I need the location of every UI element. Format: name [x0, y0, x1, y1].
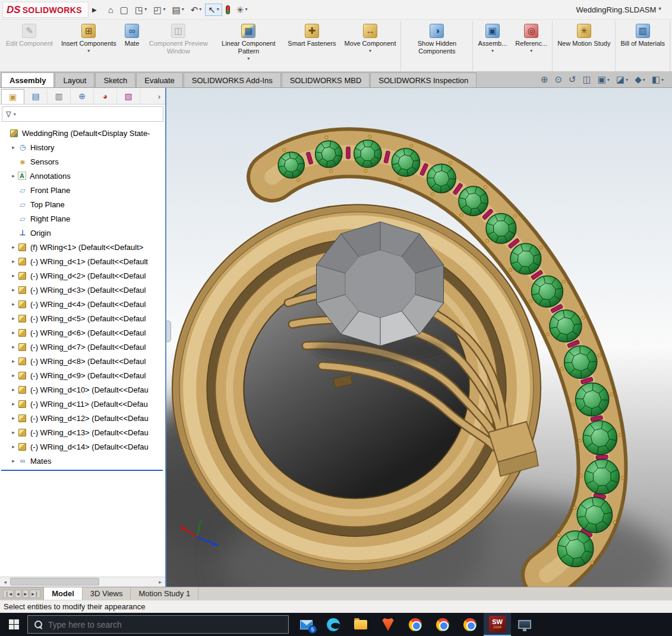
new-motion-study-button[interactable]: ✳New Motion Study	[553, 21, 614, 71]
edge-taskbar-button[interactable]	[320, 613, 347, 636]
doc-tab-3d-views[interactable]: 3D Views	[83, 587, 131, 600]
taskbar-search[interactable]	[27, 615, 289, 634]
tree-filter-bar[interactable]: ∇ ▾	[2, 106, 163, 122]
tree-item-wring-d-1[interactable]: ▸(-) WRing_d<1> (Default<<Default	[0, 254, 165, 268]
save-button[interactable]: ◰▾	[150, 4, 168, 16]
tab-layout[interactable]: Layout	[55, 72, 94, 87]
chrome-3-taskbar-button[interactable]	[456, 613, 484, 636]
brave-taskbar-button[interactable]	[374, 613, 402, 636]
rebuild-button[interactable]	[223, 4, 233, 16]
panel-tab-dimxpertmanager[interactable]: ⊕	[71, 89, 94, 104]
expand-arrow-icon[interactable]: ▸	[10, 144, 17, 150]
viewport-canvas[interactable]	[166, 88, 672, 587]
expand-arrow-icon[interactable]: ▸	[10, 387, 17, 393]
tree-item-wring-d-13[interactable]: ▸(-) WRing_d<13> (Default<<Defau	[0, 425, 165, 439]
rollback-bar[interactable]	[1, 470, 163, 471]
tab-solidworks-add-ins[interactable]: SOLIDWORKS Add-Ins	[184, 72, 281, 87]
select-button[interactable]: ↖▾	[205, 4, 222, 16]
options-button[interactable]: ✳▾	[234, 4, 251, 16]
expand-arrow-icon[interactable]: ▸	[10, 401, 17, 407]
bill-of-materials-button[interactable]: ▥Bill of Materials	[616, 21, 669, 71]
mail-taskbar-button[interactable]: 5	[292, 613, 320, 636]
doc-tab-model[interactable]: Model	[44, 587, 83, 600]
tree-item-wring-d-5[interactable]: ▸(-) WRing_d<5> (Default<<Defaul	[0, 311, 165, 325]
panel-tab-propertymanager[interactable]: ▤	[24, 89, 48, 104]
view-settings-icon[interactable]: ◆▾	[635, 74, 645, 85]
tree-item-wring-d-3[interactable]: ▸(-) WRing_d<3> (Default<<Defaul	[0, 283, 165, 297]
appearances-icon[interactable]: ◧▾	[652, 74, 664, 85]
tab-assembly[interactable]: Assembly	[1, 72, 54, 87]
tree-item-annotations[interactable]: ▸AAnnotations	[0, 169, 165, 183]
tab-nav-icon-1[interactable]: ◂	[15, 590, 21, 598]
tab-solidworks-mbd[interactable]: SOLIDWORKS MBD	[282, 72, 370, 87]
tree-item-wring-d-10[interactable]: ▸(-) WRing_d<10> (Default<<Defau	[0, 382, 165, 397]
tab-evaluate[interactable]: Evaluate	[136, 72, 183, 87]
panel-tab-configurationmanager[interactable]: ▥	[48, 89, 71, 104]
panel-tab-featuremanager[interactable]: ▣	[1, 89, 24, 104]
graphics-viewport[interactable]	[166, 88, 672, 587]
tab-nav-icon-0[interactable]: ❘◂	[3, 590, 14, 598]
expand-arrow-icon[interactable]: ▸	[10, 301, 17, 307]
panel-tab-cam[interactable]: ▧	[117, 89, 140, 104]
expand-arrow-icon[interactable]: ▸	[10, 429, 17, 435]
toolbar-flyout-arrow-icon[interactable]: ▶	[89, 7, 100, 13]
expand-arrow-icon[interactable]: ▸	[10, 444, 17, 450]
previous-view-icon[interactable]: ↺	[569, 74, 576, 85]
tree-item-wring-d-7[interactable]: ▸(-) WRing_d<7> (Default<<Defaul	[0, 340, 165, 354]
tree-item-weddingring-root[interactable]: WeddingRing (Default<Display State-	[0, 126, 165, 140]
filter-funnel-icon[interactable]: ∇	[6, 110, 11, 119]
tree-item-wring-d-6[interactable]: ▸(-) WRing_d<6> (Default<<Defaul	[0, 325, 165, 340]
tree-item-history[interactable]: ▸◷History	[0, 140, 165, 154]
monitor-app-taskbar-button[interactable]	[511, 613, 538, 636]
tree-item-origin[interactable]: ⊥Origin	[0, 226, 165, 240]
move-component-button[interactable]: ↔Move Component▾	[340, 21, 400, 71]
doc-tab-motion-study-1[interactable]: Motion Study 1	[131, 587, 198, 600]
tree-item-wring-d-12[interactable]: ▸(-) WRing_d<12> (Default<<Defau	[0, 411, 165, 425]
scroll-right-icon[interactable]: ▸	[155, 577, 165, 587]
show-hidden-components-button[interactable]: ◑Show Hidden Components	[402, 21, 472, 71]
zoom-area-icon[interactable]: ⊙	[554, 74, 562, 85]
tab-solidworks-inspection[interactable]: SOLIDWORKS Inspection	[370, 72, 477, 87]
open-button[interactable]: ◳▾	[132, 4, 150, 16]
expand-arrow-icon[interactable]: ▸	[10, 372, 17, 378]
tab-nav-icon-3[interactable]: ▸❘	[30, 590, 40, 598]
view-orientation-icon[interactable]: ▣▾	[598, 74, 610, 85]
expand-arrow-icon[interactable]: ▸	[10, 173, 17, 179]
tree-item-wring-d-9[interactable]: ▸(-) WRing_d<9> (Default<<Defaul	[0, 368, 165, 382]
display-style-icon[interactable]: ◪▾	[616, 74, 628, 85]
tree-item-wring-d-4[interactable]: ▸(-) WRing_d<4> (Default<<Defaul	[0, 297, 165, 311]
panel-horizontal-scrollbar[interactable]: ◂ ▸	[0, 577, 165, 587]
expand-arrow-icon[interactable]: ▸	[10, 244, 17, 250]
undo-button[interactable]: ↶▾	[188, 4, 205, 16]
tree-item-wring-d-14[interactable]: ▸(-) WRing_d<14> (Default<<Defau	[0, 439, 165, 454]
section-view-icon[interactable]: ◫	[583, 74, 591, 85]
panel-tab-displaymanager[interactable]: ◕	[94, 89, 117, 104]
tree-item-wring-d-11[interactable]: ▸(-) WRing_d<11> (Default<<Defau	[0, 397, 165, 411]
scrollbar-track[interactable]	[10, 577, 155, 587]
scrollbar-thumb[interactable]	[10, 578, 99, 586]
insert-components-button[interactable]: ⊞Insert Components▾	[57, 21, 121, 71]
tree-item-wring-1[interactable]: ▸(f) WRing<1> (Default<<Default>	[0, 240, 165, 254]
chrome-2-taskbar-button[interactable]	[429, 613, 456, 636]
chrome-1-taskbar-button[interactable]	[402, 613, 429, 636]
tab-sketch[interactable]: Sketch	[95, 72, 135, 87]
tree-item-wring-d-2[interactable]: ▸(-) WRing_d<2> (Default<<Defaul	[0, 268, 165, 283]
start-button[interactable]	[0, 613, 27, 636]
tree-item-sensors[interactable]: ◉Sensors	[0, 154, 165, 169]
center-diamond[interactable]	[314, 222, 447, 362]
mate-button[interactable]: ∞Mate	[121, 21, 143, 71]
home-button[interactable]: ⌂	[105, 4, 116, 16]
scroll-left-icon[interactable]: ◂	[0, 577, 10, 587]
print-button[interactable]: ▤▾	[169, 4, 187, 16]
panel-splitter-handle[interactable]	[166, 321, 171, 342]
tree-item-top-plane[interactable]: ▱Top Plane	[0, 197, 165, 211]
expand-arrow-icon[interactable]: ▸	[10, 458, 17, 464]
search-input[interactable]	[48, 620, 282, 629]
tree-item-wring-d-8[interactable]: ▸(-) WRing_d<8> (Default<<Defaul	[0, 354, 165, 368]
assembly-features-button[interactable]: ▣Assemb...▾	[474, 21, 511, 71]
expand-arrow-icon[interactable]: ▸	[10, 330, 17, 336]
tree-item-mates[interactable]: ▸∞Mates	[0, 454, 165, 468]
expand-arrow-icon[interactable]: ▸	[10, 315, 17, 321]
expand-arrow-icon[interactable]: ▸	[10, 273, 17, 279]
tab-nav-icon-2[interactable]: ▸	[23, 590, 29, 598]
